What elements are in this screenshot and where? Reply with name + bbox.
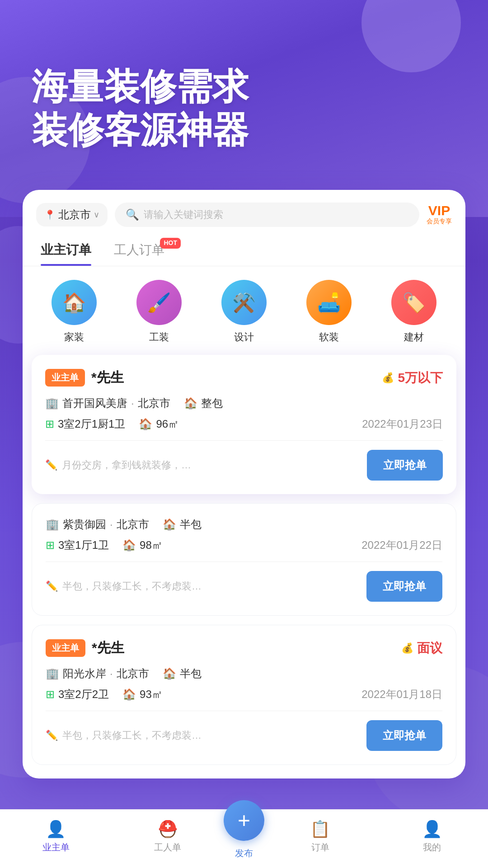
nav-owner-icon: 👤 — [46, 820, 66, 839]
vip-sub-label: 会员专享 — [427, 217, 452, 226]
price-info-1: 💰 5万以下 — [382, 369, 443, 387]
grab-button-3[interactable]: 立即抢单 — [366, 720, 442, 751]
bottom-navigation: 👤 业主单 ⛑️ 工人单 + 发布 📋 订单 👤 我的 — [0, 809, 488, 868]
project-name-2: 紫贵御园 — [63, 517, 106, 532]
rooms-detail-3: ⊞ 3室2厅2卫 — [46, 687, 109, 702]
hero-title-line2: 装修客源神器 — [32, 108, 249, 152]
package-detail-1: 🏠 整包 — [184, 396, 223, 410]
rooms-detail-2: ⊞ 3室1厅1卫 — [46, 538, 109, 552]
nav-worker-orders[interactable]: ⛑️ 工人单 — [112, 820, 224, 854]
category-commercial[interactable]: 🖌️ 工装 — [136, 280, 182, 344]
nav-owner-label: 业主单 — [42, 841, 70, 854]
desc-text-1: 月份交房，拿到钱就装修，… — [62, 458, 191, 472]
publish-plus-icon: + — [238, 810, 250, 831]
building-icon-1: 🏢 — [45, 397, 59, 410]
area-text-1: 96㎡ — [156, 417, 179, 431]
card-desc-2: ✏️ 半包，只装修工长，不考虑装… — [46, 580, 357, 593]
tab-owner-label: 业主订单 — [41, 243, 91, 257]
category-design[interactable]: ⚒️ 设计 — [221, 280, 267, 344]
category-material-icon: 🏷️ — [391, 280, 436, 325]
hero-title: 海量装修需求 装修客源神器 — [32, 65, 249, 152]
category-home[interactable]: 🏠 家装 — [52, 280, 97, 344]
location-button[interactable]: 📍 北京市 ∨ — [36, 203, 108, 226]
card-size-row-2: ⊞ 3室1厅1卫 🏠 98㎡ 2022年01月22日 — [46, 538, 442, 552]
area-icon-2: 🏠 — [122, 539, 136, 552]
location-pin-icon: 📍 — [44, 209, 56, 220]
nav-worker-icon: ⛑️ — [158, 820, 178, 839]
home-icon-3: 🏠 — [163, 667, 176, 680]
card-location-row-1: 🏢 首开国风美唐 · 北京市 🏠 整包 — [45, 396, 443, 410]
city-2: 北京市 — [117, 517, 149, 532]
order-type-badge-3: 业主单 — [46, 639, 85, 657]
area-text-3: 93㎡ — [140, 687, 163, 702]
category-soft[interactable]: 🛋️ 软装 — [306, 280, 352, 344]
city-1: 北京市 — [138, 396, 170, 410]
project-detail-1: 🏢 首开国风美唐 · 北京市 — [45, 396, 170, 410]
price-text-3: 面议 — [417, 640, 442, 657]
price-text-1: 5万以下 — [398, 369, 443, 387]
nav-mine-icon: 👤 — [422, 820, 442, 839]
card-footer-1: ✏️ 月份交房，拿到钱就装修，… 立即抢单 — [45, 440, 443, 481]
area-detail-2: 🏠 98㎡ — [122, 538, 163, 552]
hero-title-line1: 海量装修需求 — [32, 65, 249, 108]
order-card-1: 业主单 *先生 💰 5万以下 🏢 首开国风美唐 · — [32, 355, 456, 494]
project-name-1: 首开国风美唐 — [62, 396, 127, 410]
category-home-icon: 🏠 — [52, 280, 97, 325]
card-header-left-1: 业主单 *先生 — [45, 368, 124, 387]
nav-owner-orders[interactable]: 👤 业主单 — [0, 820, 112, 854]
category-soft-icon: 🛋️ — [306, 280, 352, 325]
card-desc-1: ✏️ 月份交房，拿到钱就装修，… — [45, 458, 358, 472]
app-card: 📍 北京市 ∨ 🔍 请输入关键词搜索 VIP 会员专享 业主订单 — [23, 190, 465, 778]
vip-label: VIP — [428, 204, 450, 217]
nav-publish-wrapper: + 发布 — [224, 809, 264, 859]
grab-button-1[interactable]: 立即抢单 — [367, 450, 443, 481]
vip-badge[interactable]: VIP 会员专享 — [427, 204, 452, 226]
search-placeholder: 请输入关键词搜索 — [144, 208, 223, 222]
package-type-2: 半包 — [180, 517, 202, 532]
search-box[interactable]: 🔍 请输入关键词搜索 — [115, 203, 419, 227]
category-design-label: 设计 — [234, 330, 254, 344]
area-detail-1: 🏠 96㎡ — [139, 417, 179, 431]
desc-text-2: 半包，只装修工长，不考虑装… — [62, 580, 202, 593]
chevron-down-icon: ∨ — [94, 210, 99, 220]
size-left-3: ⊞ 3室2厅2卫 🏠 93㎡ — [46, 687, 163, 702]
category-home-label: 家装 — [64, 330, 84, 344]
category-design-icon: ⚒️ — [221, 280, 267, 325]
nav-orders-icon: 📋 — [310, 820, 330, 839]
package-type-3: 半包 — [180, 666, 202, 681]
card-footer-3: ✏️ 半包，只装修工长，不考虑装… 立即抢单 — [46, 711, 442, 751]
rooms-text-1: 3室2厅1厨1卫 — [58, 417, 125, 431]
card-footer-2: ✏️ 半包，只装修工长，不考虑装… 立即抢单 — [46, 561, 442, 602]
tab-owner-orders[interactable]: 业主订单 — [41, 234, 91, 266]
package-type-1: 整包 — [201, 396, 223, 410]
date-text-2: 2022年01月22日 — [361, 538, 442, 552]
area-icon-1: 🏠 — [139, 418, 152, 430]
category-material-label: 建材 — [404, 330, 424, 344]
card-header-left-3: 业主单 *先生 — [46, 639, 124, 657]
card-size-row-1: ⊞ 3室2厅1厨1卫 🏠 96㎡ 2022年01月23日 — [45, 417, 443, 431]
grab-button-2[interactable]: 立即抢单 — [366, 571, 442, 602]
nav-publish-label: 发布 — [235, 847, 253, 859]
area-icon-3: 🏠 — [122, 688, 136, 701]
rooms-text-2: 3室1厅1卫 — [58, 538, 109, 552]
order-type-badge-1: 业主单 — [45, 369, 85, 387]
orders-section: 业主单 *先生 💰 5万以下 🏢 首开国风美唐 · — [23, 355, 465, 778]
nav-mine[interactable]: 👤 我的 — [376, 820, 488, 854]
edit-icon-2: ✏️ — [46, 580, 58, 592]
search-area: 📍 北京市 ∨ 🔍 请输入关键词搜索 VIP 会员专享 — [23, 190, 465, 234]
order-card-3: 业主单 *先生 💰 面议 🏢 阳光水岸 · 北京市 — [32, 625, 456, 765]
price-icon-3: 💰 — [401, 642, 413, 654]
nav-orders[interactable]: 📋 订单 — [264, 820, 376, 854]
date-text-1: 2022年01月23日 — [362, 417, 443, 431]
nav-publish-fab[interactable]: + — [224, 800, 264, 841]
project-detail-2: 🏢 紫贵御园 · 北京市 — [46, 517, 149, 532]
card-location-row-2: 🏢 紫贵御园 · 北京市 🏠 半包 — [46, 517, 442, 532]
city-3: 北京市 — [117, 666, 149, 681]
card-header-1: 业主单 *先生 💰 5万以下 — [45, 368, 443, 387]
category-material[interactable]: 🏷️ 建材 — [391, 280, 436, 344]
hot-badge: HOT — [160, 238, 181, 249]
category-commercial-icon: 🖌️ — [136, 280, 182, 325]
rooms-icon-2: ⊞ — [46, 539, 55, 552]
tab-worker-orders[interactable]: 工人订单 HOT — [114, 234, 164, 266]
order-card-2: 🏢 紫贵御园 · 北京市 🏠 半包 ⊞ — [32, 503, 456, 616]
